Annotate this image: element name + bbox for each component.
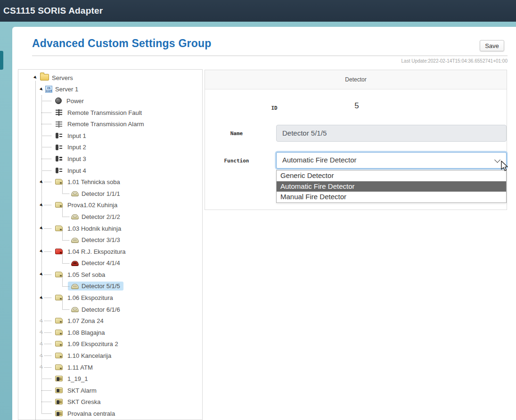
input-icon	[55, 144, 63, 151]
save-button[interactable]: Save	[480, 40, 504, 51]
tree-item-label: 1.08 Blagajna	[67, 329, 105, 336]
tree-item-provalna-centrala[interactable]: Provalna centrala	[18, 408, 202, 420]
tree-connector-stub	[44, 321, 51, 321]
tree-connector-stub	[41, 402, 51, 402]
tree-item-1-03-hodnik-kuhinja[interactable]: ▶1.03 Hodnik kuhinja	[18, 223, 202, 234]
tree-item-1-11-atm[interactable]: ▷1.11 ATM	[18, 362, 202, 373]
tree-item-detector-2-1-2[interactable]: Detector 2/1/2	[18, 211, 202, 223]
tree-connector-stub	[41, 390, 51, 391]
tree-item-1-09-ekspozitura-2[interactable]: ▷1.09 Ekspozitura 2	[18, 339, 202, 350]
tree-item-detector-5-1-5[interactable]: Detector 5/1/5	[18, 281, 202, 292]
tree-item-label: 1.05 Sef soba	[67, 271, 105, 278]
power-icon	[55, 97, 62, 104]
tree-item-input-1[interactable]: Input 1	[18, 130, 202, 142]
tree-connector-stub	[44, 332, 51, 333]
mouse-cursor	[500, 160, 509, 172]
collapse-icon[interactable]: ▶	[38, 179, 45, 186]
expand-icon[interactable]: ▷	[38, 341, 45, 347]
device-tree-panel: ▶Servers▶CS1115Server 1PowerRemote Trans…	[18, 69, 203, 420]
collapse-icon[interactable]: ▶	[38, 86, 45, 93]
tree-item-prova1-02-kuhinja[interactable]: ▶Prova1.02 Kuhinja	[18, 200, 202, 211]
tree-item-1-10-kancelarija[interactable]: ▷1.10 Kancelarija	[18, 350, 202, 362]
title-divider	[32, 56, 508, 56]
tree-connector-stub	[44, 205, 51, 205]
tree-item-detector-3-1-3[interactable]: Detector 3/1/3	[18, 234, 202, 246]
tree-item-detector-6-1-6[interactable]: Detector 6/1/6	[18, 304, 202, 315]
device-tree: ▶Servers▶CS1115Server 1PowerRemote Trans…	[18, 70, 202, 420]
keypad-icon	[55, 411, 63, 416]
tree-item-label: 1.11 ATM	[67, 364, 93, 371]
tree-connector-stub	[41, 413, 51, 414]
name-input[interactable]: Detector 5/1/5	[276, 125, 507, 142]
tree-connector-stub	[44, 355, 51, 356]
tree-item-remote-transmission-alarm[interactable]: Remote Transmission Alarm	[18, 118, 202, 130]
content-card: Advanced Custom Settings Group Save Last…	[12, 27, 516, 420]
tree-item-input-3[interactable]: Input 3	[18, 153, 202, 165]
collapse-icon[interactable]: ▶	[32, 74, 39, 81]
tree-connector-corner	[62, 230, 69, 241]
collapse-icon[interactable]: ▶	[38, 271, 45, 278]
function-option-generic-detector[interactable]: Generic Detector	[277, 170, 506, 181]
remote-transmission-light-icon	[55, 121, 63, 128]
keypad-icon	[55, 388, 63, 393]
tree-item-1-06-ekspozitura[interactable]: ▶1.06 Ekspozitura	[18, 292, 202, 304]
tree-connector-stub	[41, 136, 51, 136]
expand-icon[interactable]: ▷	[38, 364, 45, 371]
detector-icon	[71, 214, 79, 219]
tree-item-remote-transmission-fault[interactable]: Remote Transmission Fault	[18, 107, 202, 119]
tree-item-skt-greska[interactable]: SKT Greska	[18, 396, 202, 408]
collapse-icon[interactable]: ▶	[38, 202, 45, 209]
collapse-icon[interactable]: ▶	[38, 248, 45, 255]
input-icon	[55, 132, 63, 139]
zone-icon	[55, 341, 63, 347]
tree-item-input-4[interactable]: Input 4	[18, 165, 202, 177]
tree-connector-stub	[44, 298, 51, 298]
detector-icon	[71, 191, 79, 196]
zone-red-icon	[55, 249, 63, 254]
tree-item-power[interactable]: Power	[18, 95, 202, 107]
tree-connector-stub	[41, 124, 51, 124]
tree-item-detector-4-1-4[interactable]: Detector 4/1/4	[18, 258, 202, 269]
left-rail-tab[interactable]	[0, 51, 3, 70]
tree-item-1-01-tehnicka-soba[interactable]: ▶1.01 Tehnicka soba	[18, 176, 202, 188]
tree-item-label: 1.07 Zona 24	[67, 317, 104, 324]
tree-connector-stub	[44, 344, 51, 344]
tree-item-skt-alarm[interactable]: SKT Alarm	[18, 385, 202, 396]
zone-icon	[55, 295, 63, 300]
expand-icon[interactable]: ▷	[38, 329, 45, 336]
tree-connector-stub	[41, 170, 51, 171]
function-select-value: Automatic Fire Detector	[282, 156, 357, 164]
function-option-automatic-fire-detector[interactable]: Automatic Fire Detector	[277, 181, 506, 192]
zone-icon	[55, 353, 63, 358]
tree-item-1-04-r-j-ekspozitura[interactable]: ▶1.04 R.J. Ekspozitura	[18, 246, 202, 258]
collapse-icon[interactable]: ▶	[38, 295, 45, 301]
expand-icon[interactable]: ▷	[38, 352, 45, 359]
tree-item-servers[interactable]: ▶Servers	[18, 72, 202, 84]
id-value: 5	[347, 101, 366, 111]
tree-item-detector-1-1-1[interactable]: Detector 1/1/1	[18, 188, 202, 200]
detector-icon	[71, 284, 79, 289]
tree-item-label: Remote Transmission Fault	[67, 109, 142, 116]
zone-icon	[55, 179, 63, 185]
tree-item-label: 1.01 Tehnicka soba	[67, 178, 120, 186]
function-option-manual-fire-detector[interactable]: Manual Fire Detector	[277, 192, 506, 202]
expand-icon[interactable]: ▷	[38, 318, 45, 324]
function-label: Function	[205, 158, 268, 164]
tree-item-1-08-blagajna[interactable]: ▷1.08 Blagajna	[18, 327, 202, 339]
tree-item-1-05-sef-soba[interactable]: ▶1.05 Sef soba	[18, 269, 202, 281]
tree-item-server-1[interactable]: ▶CS1115Server 1	[18, 84, 202, 96]
zone-icon	[55, 272, 63, 277]
tree-item-label: Detector 6/1/6	[82, 306, 120, 313]
tree-item-1-19-1[interactable]: 1_19_1	[18, 373, 202, 385]
name-label: Name	[205, 130, 268, 137]
tree-connector-corner	[62, 184, 69, 194]
tree-item-input-2[interactable]: Input 2	[18, 142, 202, 153]
tree-item-label: Prova1.02 Kuhinja	[67, 202, 117, 209]
function-select[interactable]: Automatic Fire Detector	[276, 152, 507, 169]
tree-item-1-07-zona-24[interactable]: ▷1.07 Zona 24	[18, 315, 202, 327]
input-icon	[55, 167, 63, 174]
tree-item-label: Servers	[52, 74, 73, 81]
collapse-icon[interactable]: ▶	[38, 225, 45, 232]
tree-item-label: Input 3	[67, 155, 86, 162]
tree-connector-stub	[41, 379, 51, 379]
